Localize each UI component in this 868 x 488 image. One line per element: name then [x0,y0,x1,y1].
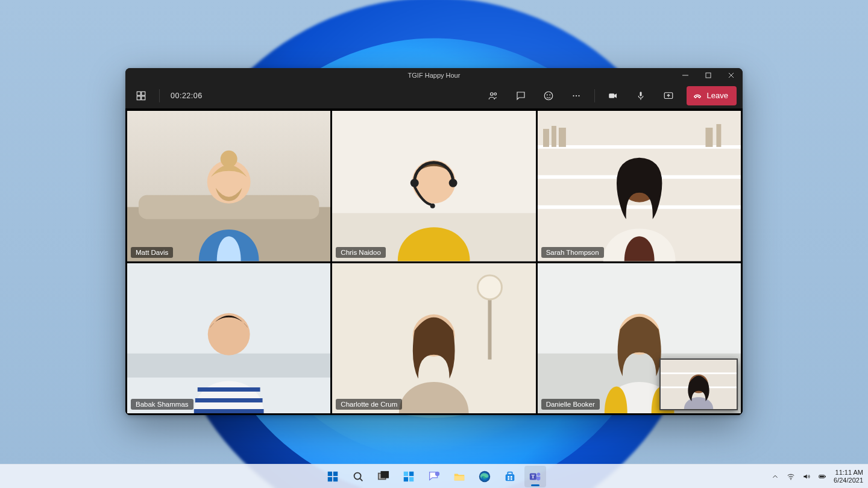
clock-date: 6/24/2021 [834,477,863,484]
participant-name: Matt Davis [131,247,173,258]
camera-toggle-button[interactable] [603,86,623,105]
share-screen-button[interactable] [659,86,678,105]
svg-rect-58 [404,471,408,475]
taskbar-clock[interactable]: 11:11 AM 6/24/2021 [834,469,863,484]
svg-rect-52 [333,471,338,475]
window-close-button[interactable] [720,68,743,83]
svg-rect-38 [127,353,330,377]
participant-name: Danielle Booker [541,399,600,410]
participant-name: Sarah Thompson [541,247,604,258]
wifi-icon[interactable] [787,472,795,481]
taskbar: T 11:11 AM 6/24/2021 [0,464,868,488]
participant-tile[interactable]: Sarah Thompson [538,111,741,261]
meeting-toolbar: 00:22:06 [125,83,743,109]
svg-rect-54 [333,477,338,481]
participant-tile[interactable]: Charlotte de Crum [332,263,535,414]
battery-icon[interactable] [818,472,826,481]
svg-point-24 [410,179,419,187]
participant-name: Charlotte de Crum [336,399,402,410]
svg-point-10 [573,95,574,96]
teams-app-button[interactable]: T [524,466,546,487]
svg-rect-4 [142,96,145,99]
reactions-button[interactable] [539,86,558,105]
svg-point-12 [578,95,579,96]
chat-button[interactable] [511,86,530,105]
widgets-button[interactable] [398,466,420,487]
svg-rect-53 [328,477,332,481]
svg-point-7 [544,92,553,100]
svg-point-5 [490,92,493,95]
svg-text:T: T [532,474,535,479]
window-maximize-button[interactable] [697,68,720,83]
svg-rect-66 [508,472,512,475]
clock-time: 11:11 AM [834,469,863,477]
svg-rect-60 [404,477,408,481]
svg-point-42 [478,275,502,299]
participant-tile[interactable]: Matt Davis [127,111,330,261]
svg-rect-3 [137,96,140,99]
svg-point-20 [221,151,237,167]
svg-rect-59 [409,471,414,475]
svg-point-9 [549,95,550,95]
mic-toggle-button[interactable] [631,86,650,105]
taskbar-center: T [322,466,546,487]
more-actions-button[interactable] [567,86,586,105]
svg-rect-1 [137,92,140,95]
tray-chevron-icon[interactable] [771,472,779,481]
svg-rect-69 [508,478,509,480]
svg-point-39 [208,313,250,355]
svg-rect-2 [142,92,145,95]
svg-rect-51 [328,471,332,475]
svg-point-73 [537,472,541,476]
svg-rect-67 [508,476,509,478]
elapsed-time: 00:22:06 [168,92,205,100]
svg-rect-0 [706,73,711,78]
svg-rect-34 [705,128,712,147]
svg-rect-33 [559,128,566,147]
participant-name: Babak Shammas [131,399,193,410]
system-tray[interactable]: 11:11 AM 6/24/2021 [771,465,863,488]
svg-rect-76 [825,475,826,477]
svg-point-8 [547,95,547,95]
svg-rect-57 [381,471,388,477]
svg-rect-63 [454,476,465,480]
svg-point-25 [449,179,458,187]
svg-rect-77 [820,475,824,477]
svg-rect-13 [609,93,614,98]
svg-point-74 [790,478,791,480]
store-button[interactable] [499,466,521,487]
svg-point-62 [435,471,439,475]
svg-point-6 [494,93,496,95]
file-explorer-button[interactable] [448,466,470,487]
participant-name: Chris Naidoo [336,247,385,258]
window-title: TGIF Happy Hour [408,72,461,79]
leave-button[interactable]: Leave [687,86,737,105]
svg-rect-14 [640,92,641,96]
teams-chat-button[interactable] [423,466,445,487]
participant-tile[interactable]: Babak Shammas [127,263,330,414]
svg-point-55 [354,472,361,479]
svg-rect-31 [543,129,549,147]
gallery-layout-button[interactable] [131,86,151,105]
svg-point-11 [575,95,576,96]
start-button[interactable] [322,466,344,487]
participant-tile[interactable]: Chris Naidoo [332,111,535,261]
window-minimize-button[interactable] [674,68,697,83]
edge-button[interactable] [474,466,495,487]
video-grid: Matt Davis Chris Naidoo [125,109,743,415]
participants-button[interactable] [483,86,503,105]
svg-rect-35 [716,124,721,147]
task-view-button[interactable] [373,466,394,487]
volume-icon[interactable] [802,472,811,481]
self-view[interactable] [659,358,738,410]
window-titlebar[interactable]: TGIF Happy Hour [125,68,743,83]
svg-rect-32 [552,126,556,147]
search-button[interactable] [347,466,369,487]
teams-meeting-window: TGIF Happy Hour 00:22:06 [125,68,743,415]
svg-rect-68 [511,476,512,478]
svg-point-23 [412,160,456,204]
leave-button-label: Leave [707,91,728,100]
svg-rect-61 [409,477,414,481]
svg-rect-70 [511,478,512,480]
svg-point-26 [430,204,435,208]
